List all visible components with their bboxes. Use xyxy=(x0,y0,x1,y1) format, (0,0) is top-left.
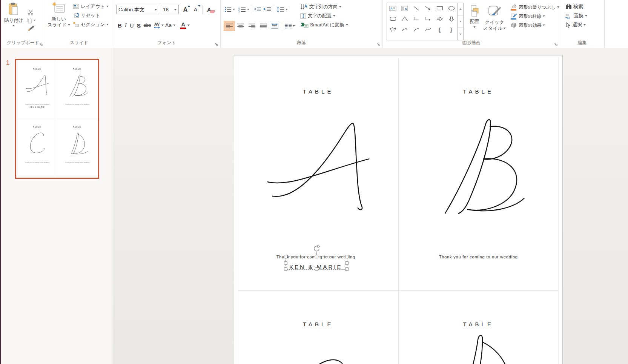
align-center-button[interactable] xyxy=(235,21,246,31)
change-case-button[interactable]: Aa xyxy=(164,22,173,29)
rounded-rectangle-shape-icon[interactable] xyxy=(387,14,399,24)
resize-handle-bottom-right[interactable] xyxy=(345,267,349,271)
align-text-label: 文字の配置 xyxy=(308,13,332,19)
script-letter-c[interactable] xyxy=(278,355,359,364)
slide-1-thumbnail[interactable]: TABLE Thank you for coming to our weddin… xyxy=(15,59,99,179)
script-letter-b[interactable] xyxy=(431,114,526,217)
reset-label: リセット xyxy=(81,12,100,19)
slide-page[interactable]: TABLE Thank you for coming to our weddin… xyxy=(234,55,563,364)
shape-gallery-scrollbar[interactable] xyxy=(458,3,464,40)
chevron-down-icon xyxy=(583,24,586,26)
bullets-button[interactable] xyxy=(224,7,233,12)
justify-button[interactable] xyxy=(258,21,269,31)
cut-scissors-icon[interactable] xyxy=(26,9,36,15)
scribble-shape-icon[interactable] xyxy=(399,24,410,35)
line-spacing-button[interactable] xyxy=(276,7,286,12)
chevron-down-icon xyxy=(247,9,249,10)
columns-button[interactable] xyxy=(284,23,293,29)
section-label: セクション xyxy=(81,22,105,28)
increase-indent-button[interactable] xyxy=(263,7,272,12)
arc-shape-icon[interactable] xyxy=(410,24,422,35)
triangle-shape-icon[interactable] xyxy=(399,14,410,24)
elbow-connector-icon[interactable] xyxy=(410,14,422,24)
table-heading[interactable]: TABLE xyxy=(399,88,559,95)
text-shadow-button[interactable]: S xyxy=(135,22,142,29)
thank-you-caption[interactable]: Thank you for coming to our wedding xyxy=(399,255,559,259)
select-button[interactable]: 選択 xyxy=(564,20,604,29)
new-slide-button[interactable]: 新しい スライド xyxy=(48,0,70,38)
underline-button[interactable]: U xyxy=(128,22,135,29)
vertical-text-box-icon[interactable]: A xyxy=(399,3,410,14)
shape-effects-button[interactable]: 図形の効果 xyxy=(509,21,560,30)
table-heading[interactable]: TABLE xyxy=(238,88,398,95)
align-text-button[interactable]: 文字の配置 xyxy=(299,11,350,20)
find-button[interactable]: 検索 xyxy=(564,2,604,11)
text-box-icon[interactable]: A xyxy=(387,3,399,14)
script-letter-d[interactable] xyxy=(430,330,527,364)
table-heading[interactable]: TABLE xyxy=(238,321,398,327)
character-spacing-button[interactable]: AV xyxy=(152,22,161,29)
decrease-font-size-button[interactable]: A xyxy=(190,5,201,14)
shape-outline-button[interactable]: 図形の枠線 xyxy=(509,12,560,21)
font-color-button[interactable]: A xyxy=(179,21,187,30)
format-painter-brush-icon[interactable] xyxy=(26,25,36,31)
select-label: 選択 xyxy=(572,22,582,28)
layout-button[interactable]: レイアウト xyxy=(72,2,110,11)
elbow-arrow-connector-icon[interactable] xyxy=(422,14,434,24)
down-arrow-shape-icon[interactable] xyxy=(445,14,457,24)
table-heading[interactable]: TABLE xyxy=(399,321,559,327)
spacing-glyph: AV xyxy=(154,22,160,26)
paste-button[interactable]: 貼り付け xyxy=(4,0,23,38)
slide-editing-canvas[interactable]: TABLE Thank you for coming to our weddin… xyxy=(112,48,628,364)
rotation-handle[interactable] xyxy=(313,245,320,254)
arrow-shape-icon[interactable] xyxy=(422,3,434,14)
numbering-button[interactable]: 123 xyxy=(237,7,247,12)
resize-handle-bottom-left[interactable] xyxy=(284,267,287,271)
script-letter-a[interactable] xyxy=(266,115,371,213)
paste-label: 貼り付け xyxy=(4,17,23,23)
right-arrow-shape-icon[interactable] xyxy=(434,14,445,24)
new-slide-icon xyxy=(52,2,65,14)
right-brace-shape-icon[interactable]: } xyxy=(445,24,457,35)
left-brace-shape-icon[interactable]: { xyxy=(434,24,445,35)
card-d: TABLE Thank you for coming to our weddin… xyxy=(399,291,559,364)
italic-button[interactable]: I xyxy=(123,22,128,29)
clear-formatting-button[interactable]: A xyxy=(204,5,214,14)
line-shape-icon[interactable] xyxy=(410,3,422,14)
distribute-text-button[interactable] xyxy=(269,21,280,31)
copy-button[interactable] xyxy=(26,17,36,23)
thumbnail-card-d: TABLE Thank you for coming to our weddin… xyxy=(57,119,97,177)
shape-gallery-scroll-down-button[interactable] xyxy=(458,15,463,28)
font-size-combobox[interactable]: 18 xyxy=(161,5,179,14)
increase-font-size-button[interactable]: A xyxy=(180,5,190,14)
selected-textbox-outline[interactable] xyxy=(285,256,347,270)
align-left-button[interactable] xyxy=(224,21,235,31)
resize-handle-top-right[interactable] xyxy=(345,255,349,258)
resize-handle-top-center[interactable] xyxy=(315,255,318,258)
section-button[interactable]: セクション xyxy=(72,20,110,29)
oval-shape-icon[interactable] xyxy=(445,3,457,14)
shape-gallery[interactable]: A A { } xyxy=(387,3,458,40)
shape-gallery-scroll-up-button[interactable] xyxy=(458,3,463,15)
resize-handle-middle-right[interactable] xyxy=(345,261,349,265)
arrange-button[interactable]: 配置 xyxy=(469,3,480,40)
quick-styles-button[interactable]: クイック スタイル xyxy=(483,3,506,40)
align-right-button[interactable] xyxy=(246,21,258,31)
strikethrough-button[interactable]: abc xyxy=(142,22,152,28)
rectangle-shape-icon[interactable] xyxy=(434,3,445,14)
freeform-shape-icon[interactable] xyxy=(387,24,399,35)
resize-handle-top-left[interactable] xyxy=(284,255,287,258)
resize-handle-bottom-center[interactable] xyxy=(315,267,318,271)
text-direction-button[interactable]: A 文字列の方向 xyxy=(299,2,350,11)
bold-button[interactable]: B xyxy=(116,22,123,29)
font-name-combobox[interactable]: Calibri 本文 xyxy=(116,5,159,14)
shape-fill-button[interactable]: 図形の塗りつぶし xyxy=(509,3,560,12)
curve-shape-icon[interactable] xyxy=(422,24,434,35)
convert-smartart-button[interactable]: SmartArt に変換 xyxy=(299,20,350,29)
resize-handle-middle-left[interactable] xyxy=(284,261,287,265)
shape-gallery-more-button[interactable] xyxy=(458,28,463,40)
reset-button[interactable]: リセット xyxy=(72,11,110,20)
decrease-indent-button[interactable] xyxy=(253,7,263,12)
replace-button[interactable]: abac 置換 xyxy=(564,11,604,20)
chevron-down-icon xyxy=(233,9,235,10)
